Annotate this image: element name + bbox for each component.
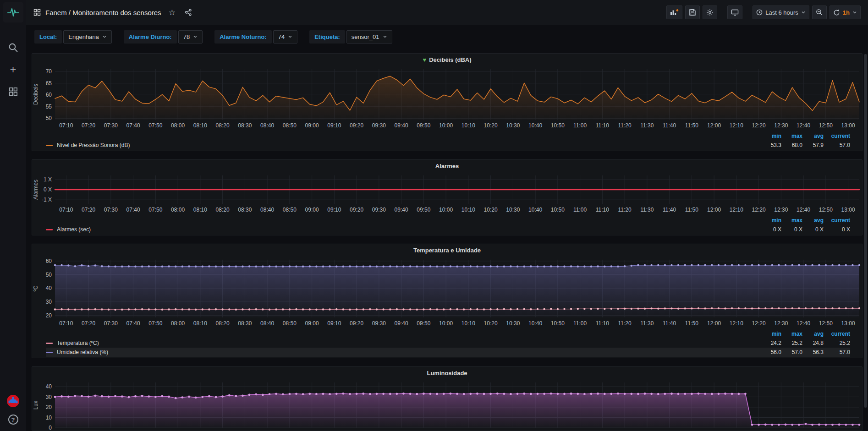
search-icon[interactable]: [7, 42, 19, 54]
svg-text:10:10: 10:10: [461, 122, 475, 129]
variable-label: Alarme Noturno:: [214, 30, 272, 44]
svg-text:11:40: 11:40: [663, 207, 676, 213]
variable-value-dropdown[interactable]: Engenharia: [63, 30, 112, 44]
legend-col-max[interactable]: max: [781, 133, 802, 139]
svg-text:12:10: 12:10: [730, 207, 743, 213]
panel-title-decibeis[interactable]: ♥ Decibéis (dBA): [32, 54, 862, 65]
time-range-picker[interactable]: Last 6 hours: [753, 5, 809, 19]
svg-text:08:00: 08:00: [171, 207, 185, 213]
legend-series-label[interactable]: Nível de Pressão Sonora (dB): [46, 142, 760, 148]
add-panel-button[interactable]: [666, 5, 682, 19]
svg-text:10:40: 10:40: [528, 122, 542, 129]
svg-text:08:20: 08:20: [216, 207, 230, 213]
panel-title-alarmes[interactable]: Alarmes: [32, 160, 862, 172]
legend-col-current[interactable]: current: [824, 331, 850, 337]
chart-alarmes[interactable]: 07:1007:2007:3007:4007:5008:0008:1008:20…: [32, 172, 862, 215]
variable-value-dropdown[interactable]: sensor_01: [346, 30, 392, 44]
legend-row: Umidade relativa (%)56.057.056.357.0: [46, 348, 850, 357]
share-icon[interactable]: [185, 9, 192, 16]
favorite-star-icon[interactable]: ☆: [169, 8, 176, 17]
svg-text:12:30: 12:30: [774, 207, 788, 213]
svg-text:08:00: 08:00: [171, 122, 185, 129]
legend-header: minmaxavgcurrent: [46, 329, 850, 338]
svg-text:09:00: 09:00: [305, 207, 319, 213]
zoom-out-button[interactable]: [812, 5, 827, 19]
help-icon[interactable]: ?: [8, 415, 18, 425]
legend-col-min[interactable]: min: [760, 217, 781, 224]
top-nav: Fanem / Monitoramento dos sensores ☆: [26, 0, 868, 25]
svg-text:10:30: 10:30: [506, 122, 520, 129]
svg-text:70: 70: [46, 68, 52, 75]
panel-title-luminosidade[interactable]: Luminosidade: [32, 367, 862, 379]
svg-text:07:10: 07:10: [59, 122, 73, 129]
svg-text:07:50: 07:50: [148, 207, 162, 213]
svg-text:12:10: 12:10: [730, 320, 743, 327]
svg-text:10:20: 10:20: [484, 207, 498, 213]
stat-avg: 24.8: [802, 340, 824, 346]
dashboard-grid-icon[interactable]: [33, 9, 41, 16]
chevron-down-icon: [102, 34, 107, 39]
save-dashboard-button[interactable]: [685, 5, 700, 19]
stat-min: 53.3: [760, 142, 781, 148]
svg-text:08:50: 08:50: [283, 320, 297, 327]
svg-text:12:50: 12:50: [819, 207, 833, 213]
stat-avg: 0 X: [802, 226, 824, 233]
variable-alarme-diurno: Alarme Diurno: 78: [124, 30, 203, 44]
stat-current: 57.0: [824, 349, 850, 355]
svg-text:08:10: 08:10: [193, 122, 207, 129]
grafana-logo[interactable]: [3, 2, 23, 22]
variable-value-dropdown[interactable]: 74: [273, 30, 297, 44]
refresh-button[interactable]: 1h: [830, 5, 861, 19]
svg-text:09:40: 09:40: [395, 122, 408, 129]
svg-text:10:30: 10:30: [506, 320, 520, 327]
clock-icon: [756, 9, 763, 16]
svg-text:08:30: 08:30: [238, 320, 252, 327]
breadcrumb[interactable]: Fanem / Monitoramento dos sensores: [45, 9, 161, 16]
legend-col-avg[interactable]: avg: [802, 331, 824, 337]
svg-text:12:40: 12:40: [797, 122, 810, 129]
dashboards-icon[interactable]: [7, 86, 19, 98]
variable-value-dropdown[interactable]: 78: [178, 30, 203, 44]
create-plus-icon[interactable]: +: [7, 64, 19, 76]
legend-series-label[interactable]: Alarmes (sec): [46, 226, 760, 233]
chart-luminosidade[interactable]: 010203040Lux: [32, 379, 862, 431]
variable-label: Alarme Diurno:: [124, 30, 177, 44]
series-color-dash: [46, 343, 53, 344]
legend-col-min[interactable]: min: [760, 133, 781, 139]
legend-series-label[interactable]: Umidade relativa (%): [46, 349, 760, 355]
legend-series-label[interactable]: Temperatura (ºC): [46, 340, 760, 346]
legend-col-avg[interactable]: avg: [802, 133, 824, 139]
legend-col-avg[interactable]: avg: [802, 217, 824, 224]
chart-decibeis[interactable]: 07:1007:2007:3007:4007:5008:0008:1008:20…: [32, 65, 862, 131]
legend-row: Temperatura (ºC)24.225.224.825.2: [46, 338, 850, 348]
legend-col-max[interactable]: max: [781, 331, 802, 337]
svg-text:09:50: 09:50: [417, 122, 430, 129]
svg-text:13:00: 13:00: [841, 207, 855, 213]
stat-max: 25.2: [781, 340, 802, 346]
scrollbar[interactable]: [864, 54, 867, 408]
svg-text:11:00: 11:00: [573, 320, 587, 327]
legend-col-min[interactable]: min: [760, 331, 781, 337]
panel-alarmes: Alarmes 07:1007:2007:3007:4007:5008:0008…: [32, 159, 863, 235]
svg-text:12:50: 12:50: [819, 122, 833, 129]
legend-col-max[interactable]: max: [781, 217, 802, 224]
legend-col-current[interactable]: current: [824, 217, 850, 224]
svg-text:08:40: 08:40: [260, 207, 274, 213]
svg-text:30: 30: [46, 299, 52, 305]
chart-temperatura-umidade[interactable]: 07:1007:2007:3007:4007:5008:0008:1008:20…: [32, 256, 862, 328]
tv-mode-button[interactable]: [727, 5, 742, 19]
svg-text:08:50: 08:50: [283, 122, 297, 129]
svg-text:08:00: 08:00: [171, 320, 185, 327]
svg-text:07:30: 07:30: [104, 122, 118, 129]
panel-title-temperatura-umidade[interactable]: Temperatura e Umidade: [32, 244, 862, 256]
dashboard-settings-button[interactable]: [703, 5, 717, 19]
svg-text:07:20: 07:20: [82, 207, 95, 213]
user-avatar[interactable]: [7, 395, 19, 407]
svg-text:10:00: 10:00: [439, 207, 453, 213]
svg-text:55: 55: [46, 104, 52, 110]
refresh-interval-label[interactable]: 1h: [843, 9, 850, 16]
svg-text:08:10: 08:10: [193, 320, 207, 327]
legend-col-current[interactable]: current: [824, 133, 850, 139]
svg-text:10:40: 10:40: [528, 320, 542, 327]
svg-text:12:40: 12:40: [797, 320, 810, 327]
